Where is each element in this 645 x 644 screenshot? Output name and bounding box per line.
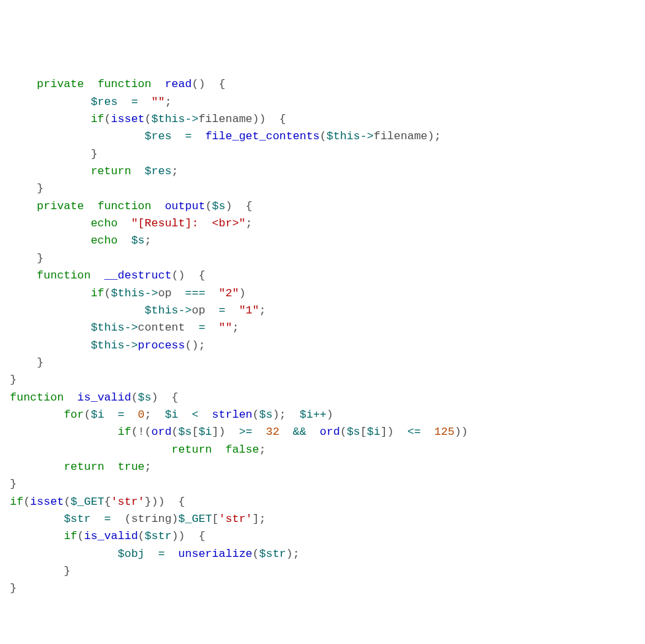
- code-token: [131, 165, 145, 177]
- code-token: $i: [90, 408, 104, 421]
- code-token: }: [10, 478, 17, 490]
- code-token: [421, 426, 434, 438]
- code-token: private: [37, 78, 84, 90]
- code-line: }: [10, 563, 635, 580]
- code-token: [172, 130, 185, 143]
- code-token: [191, 130, 205, 143]
- code-token: (: [84, 408, 90, 421]
- code-line: if(is_valid($str)) {: [10, 528, 635, 545]
- code-token: $s: [178, 426, 191, 438]
- code-token: }: [10, 148, 98, 160]
- code-token: [118, 96, 131, 108]
- code-token: [124, 408, 137, 421]
- code-token: is_valid: [77, 391, 131, 404]
- code-token: $res: [145, 165, 172, 177]
- code-token: ) {: [151, 391, 178, 404]
- code-line: $str = (string)$_GET['str'];: [10, 511, 635, 528]
- code-token: (: [172, 426, 178, 438]
- code-token: [165, 548, 178, 560]
- code-token: isset: [111, 113, 145, 125]
- code-token: (: [64, 496, 71, 508]
- code-token: [104, 408, 118, 421]
- code-token: ): [327, 408, 333, 421]
- code-token: function: [10, 391, 64, 404]
- code-line: }: [10, 250, 635, 267]
- code-token: [10, 513, 64, 525]
- code-token: 0: [138, 408, 145, 421]
- code-token: process: [138, 339, 185, 352]
- code-line: $this->op = "1";: [10, 302, 635, 319]
- code-token: function: [37, 269, 91, 282]
- code-token: }: [10, 582, 17, 595]
- code-token: (string): [111, 513, 178, 525]
- code-token: [10, 234, 90, 247]
- code-token: =: [199, 321, 205, 334]
- code-token: >=: [239, 426, 252, 438]
- code-token: echo: [90, 234, 118, 247]
- code-token: 'str': [111, 496, 145, 508]
- code-token: [212, 443, 225, 456]
- code-token: if: [64, 530, 77, 542]
- code-token: if: [10, 496, 23, 508]
- code-token: [84, 78, 97, 90]
- code-token: ;: [172, 165, 178, 177]
- code-token: [205, 287, 219, 300]
- code-token: $s: [212, 200, 225, 212]
- code-token: })) {: [145, 496, 185, 508]
- code-token: [10, 165, 90, 177]
- code-token: (: [340, 426, 347, 438]
- code-token: [151, 78, 164, 90]
- code-token: [138, 96, 151, 108]
- code-token: if: [90, 113, 104, 125]
- code-token: isset: [30, 496, 64, 508]
- code-token: () {: [191, 78, 225, 90]
- code-token: return: [90, 165, 131, 177]
- code-token: [10, 408, 64, 421]
- code-token: (: [320, 130, 326, 143]
- code-token: $_GET: [178, 513, 212, 525]
- code-token: }: [10, 565, 71, 577]
- code-token: "": [151, 96, 164, 108]
- code-token: [10, 321, 90, 334]
- code-token: ];: [252, 513, 265, 525]
- code-token: [10, 78, 37, 90]
- code-token: [205, 321, 219, 334]
- code-token: }: [10, 252, 44, 265]
- code-token: [64, 391, 77, 404]
- code-token: private: [37, 200, 84, 212]
- code-token: =: [131, 96, 138, 108]
- code-token: [10, 287, 90, 300]
- code-token: =: [219, 304, 225, 317]
- code-line: echo "[Result]: <br>";: [10, 215, 635, 232]
- code-token: $s: [131, 234, 145, 247]
- code-line: $res = file_get_contents($this->filename…: [10, 128, 635, 145]
- code-token: $i: [199, 426, 212, 438]
- code-token: $str: [145, 530, 172, 542]
- code-token: ]): [380, 426, 407, 438]
- code-token: [306, 426, 320, 438]
- code-token: (: [104, 113, 111, 125]
- code-token: (: [104, 287, 111, 300]
- code-token: ;: [145, 461, 151, 473]
- code-line: if(isset($this->filename)) {: [10, 111, 635, 128]
- code-line: }: [10, 354, 635, 371]
- code-line: $obj = unserialize($str);: [10, 546, 635, 563]
- code-token: ): [239, 287, 246, 300]
- code-token: "1": [239, 304, 259, 317]
- code-token: [199, 408, 212, 421]
- code-token: "2": [219, 287, 239, 300]
- code-token: $this: [90, 339, 124, 352]
- code-token: $i: [300, 408, 313, 421]
- code-line: $this->process();: [10, 337, 635, 354]
- code-token: output: [165, 200, 205, 212]
- code-token: $s: [138, 391, 151, 404]
- code-token: }: [10, 356, 44, 369]
- code-token: ();: [185, 339, 205, 352]
- code-line: return true;: [10, 459, 635, 476]
- code-token: function: [98, 78, 152, 90]
- code-token: );: [286, 548, 299, 560]
- code-token: $str: [259, 548, 286, 560]
- code-token: ord: [151, 426, 172, 438]
- code-token: 125: [434, 426, 455, 438]
- code-token: 'str': [219, 513, 252, 525]
